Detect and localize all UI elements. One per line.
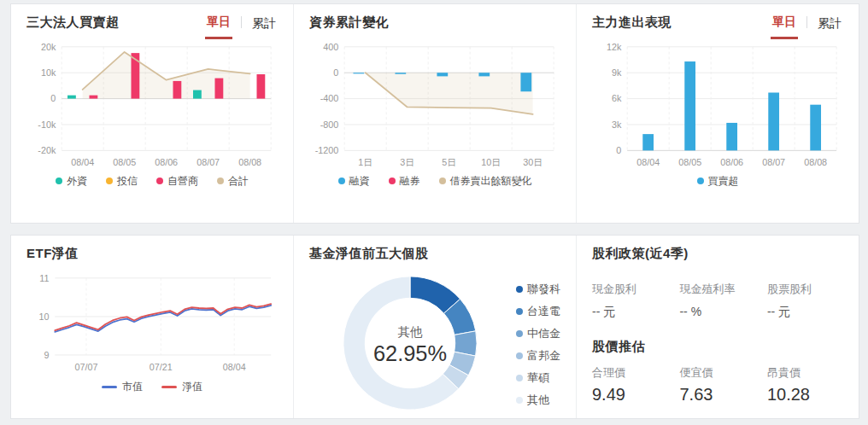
cash-yield-value: -- % (679, 305, 766, 320)
legend-label: 市值 (122, 380, 143, 394)
legend-dot-icon (516, 352, 523, 359)
svg-text:08/06: 08/06 (720, 157, 743, 167)
holdings-legend: 聯發科台達電中信金富邦金華碩其他 (516, 277, 560, 413)
legend-item-淨值[interactable]: 淨值 (161, 380, 202, 394)
panel-title-holdings: 基金淨值前五大個股 (309, 246, 429, 262)
svg-text:-800: -800 (320, 119, 339, 130)
cash-dividend-value: -- 元 (592, 305, 679, 320)
svg-text:-20k: -20k (38, 145, 56, 155)
panel-dividend: 股利政策(近4季) 現金股利 現金殖利率 股票股利 -- 元 -- % -- 元… (576, 236, 859, 418)
svg-text:1日: 1日 (358, 157, 372, 167)
cheap-price-value: 7.63 (679, 385, 766, 405)
legend-item-融券[interactable]: 融券 (389, 174, 420, 189)
tab-cumulative[interactable]: 累計 (816, 15, 843, 38)
legend-item-自營商[interactable]: 自營商 (156, 174, 198, 189)
legend-label: 富邦金 (527, 348, 560, 364)
svg-text:07/21: 07/21 (150, 362, 173, 372)
svg-text:62.95%: 62.95% (373, 341, 447, 365)
legend-label: 融券 (400, 174, 420, 189)
svg-text:08/05: 08/05 (113, 157, 136, 167)
svg-text:0: 0 (333, 67, 338, 78)
legend-dot-icon (106, 178, 113, 184)
etf-legend: 市值淨值 (26, 380, 278, 394)
tab-daily[interactable]: 單日 (771, 13, 798, 39)
svg-text:08/04: 08/04 (71, 157, 94, 167)
legend-item-台達電[interactable]: 台達電 (516, 302, 560, 321)
legend-line-swatch (102, 386, 117, 388)
legend-label: 其他 (527, 393, 549, 408)
price-estimate-title: 股價推估 (592, 339, 843, 355)
legend-label: 借券賣出餘額變化 (450, 174, 532, 189)
panel-title-etf: ETF淨值 (26, 246, 79, 262)
legend-dot-icon (338, 178, 345, 184)
legend-label: 台達電 (527, 304, 560, 319)
svg-text:5日: 5日 (442, 157, 456, 167)
panel-etf: ETF淨值 1110907/0707/2108/04 市值淨值 (11, 236, 293, 418)
fair-price-value: 9.49 (592, 385, 679, 405)
svg-text:08/08: 08/08 (804, 157, 827, 167)
legend-label: 合計 (228, 174, 249, 189)
legend-item-其他[interactable]: 其他 (516, 391, 560, 410)
legend-dot-icon (516, 286, 523, 293)
legend-item-借券賣出餘額變化[interactable]: 借券賣出餘額變化 (439, 174, 532, 189)
svg-text:-400: -400 (320, 94, 339, 104)
legend-label: 融資 (349, 174, 370, 189)
svg-text:08/07: 08/07 (196, 157, 220, 167)
top-row-card: 三大法人買賣超 單日 累計 20k10k0-10k-20k08/0408/050… (10, 3, 859, 224)
etf-chart: 1110907/0707/2108/04 (26, 271, 278, 378)
svg-text:10: 10 (38, 311, 49, 322)
legend-label: 華碩 (527, 370, 549, 386)
period-tabs-main-force: 單日 累計 (771, 13, 843, 39)
dashboard: 三大法人買賣超 單日 累計 20k10k0-10k-20k08/0408/050… (0, 0, 868, 419)
main-force-legend: 買賣超 (592, 174, 843, 189)
svg-text:3日: 3日 (400, 157, 414, 167)
svg-text:9k: 9k (612, 67, 622, 78)
legend-label: 自營商 (167, 174, 198, 189)
expensive-price-label: 昂貴價 (767, 365, 843, 381)
legend-item-華碩[interactable]: 華碩 (516, 369, 560, 387)
panel-title-main-force: 主力進出表現 (592, 15, 672, 31)
panel-margin: 資券累計變化 4000-400-800-12001日3日5日10日30日 融資融… (293, 4, 576, 223)
cash-yield-label: 現金殖利率 (679, 282, 766, 297)
tab-cumulative[interactable]: 累計 (250, 15, 278, 38)
cash-dividend-label: 現金股利 (592, 282, 679, 297)
legend-item-富邦金[interactable]: 富邦金 (516, 346, 560, 365)
legend-label: 中信金 (527, 326, 560, 341)
panel-holdings: 基金淨值前五大個股 其他62.95% 聯發科台達電中信金富邦金華碩其他 (293, 236, 576, 418)
legend-label: 淨值 (182, 380, 202, 394)
tab-daily[interactable]: 單日 (205, 13, 232, 39)
legend-dot-icon (217, 178, 224, 184)
bottom-row-card: ETF淨值 1110907/0707/2108/04 市值淨值 基金淨值前五大個… (10, 235, 859, 419)
legend-item-市值[interactable]: 市值 (102, 380, 143, 394)
legend-item-外資[interactable]: 外資 (56, 174, 87, 189)
institutional-chart: 20k10k0-10k-20k08/0408/0508/0608/0708/08 (26, 40, 278, 172)
legend-label: 投信 (117, 174, 138, 189)
svg-text:400: 400 (323, 42, 338, 52)
institutional-legend: 外資投信自營商合計 (26, 174, 278, 189)
legend-item-投信[interactable]: 投信 (106, 174, 138, 189)
legend-item-融資[interactable]: 融資 (338, 174, 370, 189)
legend-dot-icon (56, 178, 62, 184)
legend-item-中信金[interactable]: 中信金 (516, 324, 560, 343)
panel-main-force: 主力進出表現 單日 累計 12k9k6k3k008/0408/0508/0608… (576, 4, 859, 223)
legend-dot-icon (516, 308, 523, 315)
svg-text:12k: 12k (607, 42, 622, 52)
svg-text:08/07: 08/07 (762, 157, 785, 167)
legend-dot-icon (389, 178, 396, 184)
legend-item-合計[interactable]: 合計 (217, 174, 249, 189)
margin-chart: 4000-400-800-12001日3日5日10日30日 (309, 40, 560, 172)
stock-dividend-value: -- 元 (767, 305, 843, 320)
legend-dot-icon (439, 178, 446, 184)
svg-text:11: 11 (39, 273, 49, 283)
svg-text:08/04: 08/04 (223, 362, 246, 372)
legend-item-聯發科[interactable]: 聯發科 (516, 280, 560, 299)
svg-text:20k: 20k (41, 42, 56, 52)
legend-label: 聯發科 (527, 282, 560, 297)
svg-text:3k: 3k (612, 119, 622, 130)
expensive-price-value: 10.28 (767, 385, 843, 405)
svg-text:07/07: 07/07 (75, 362, 98, 372)
tab-divider (806, 16, 807, 28)
panel-title-dividend: 股利政策(近4季) (592, 246, 689, 262)
legend-item-買賣超[interactable]: 買賣超 (697, 174, 739, 189)
main-force-chart: 12k9k6k3k008/0408/0508/0608/0708/08 (592, 40, 843, 172)
